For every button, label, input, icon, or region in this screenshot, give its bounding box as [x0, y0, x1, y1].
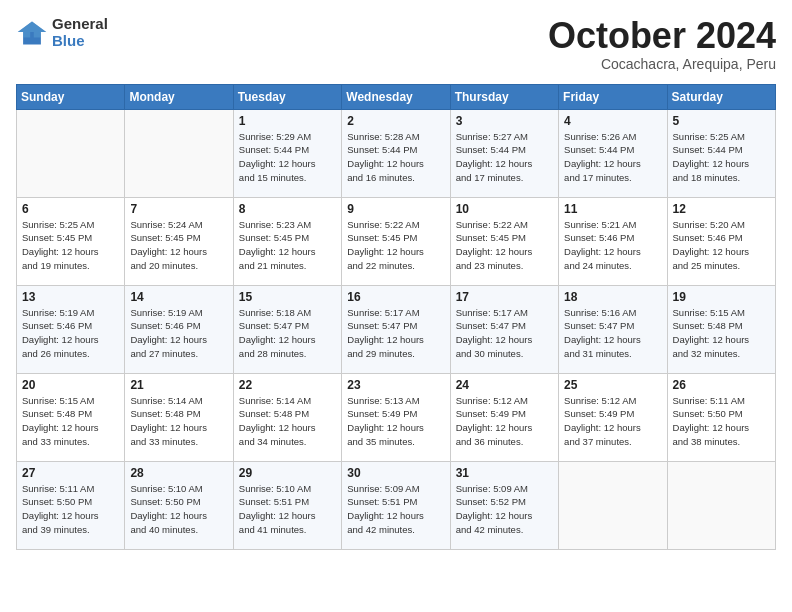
logo-text: General Blue	[52, 16, 108, 49]
day-info: Sunrise: 5:23 AMSunset: 5:45 PMDaylight:…	[239, 218, 336, 273]
day-number: 17	[456, 290, 553, 304]
weekday-header-friday: Friday	[559, 84, 667, 109]
day-info: Sunrise: 5:09 AMSunset: 5:52 PMDaylight:…	[456, 482, 553, 537]
day-number: 26	[673, 378, 770, 392]
day-number: 1	[239, 114, 336, 128]
calendar-cell	[667, 461, 775, 549]
weekday-header-tuesday: Tuesday	[233, 84, 341, 109]
day-info: Sunrise: 5:29 AMSunset: 5:44 PMDaylight:…	[239, 130, 336, 185]
calendar-cell: 27Sunrise: 5:11 AMSunset: 5:50 PMDayligh…	[17, 461, 125, 549]
calendar-week-row: 6Sunrise: 5:25 AMSunset: 5:45 PMDaylight…	[17, 197, 776, 285]
day-number: 22	[239, 378, 336, 392]
calendar-week-row: 1Sunrise: 5:29 AMSunset: 5:44 PMDaylight…	[17, 109, 776, 197]
day-info: Sunrise: 5:14 AMSunset: 5:48 PMDaylight:…	[239, 394, 336, 449]
calendar-cell: 5Sunrise: 5:25 AMSunset: 5:44 PMDaylight…	[667, 109, 775, 197]
day-number: 6	[22, 202, 119, 216]
calendar-cell: 25Sunrise: 5:12 AMSunset: 5:49 PMDayligh…	[559, 373, 667, 461]
calendar-cell: 23Sunrise: 5:13 AMSunset: 5:49 PMDayligh…	[342, 373, 450, 461]
day-number: 16	[347, 290, 444, 304]
day-info: Sunrise: 5:17 AMSunset: 5:47 PMDaylight:…	[456, 306, 553, 361]
day-number: 13	[22, 290, 119, 304]
weekday-header-saturday: Saturday	[667, 84, 775, 109]
day-info: Sunrise: 5:09 AMSunset: 5:51 PMDaylight:…	[347, 482, 444, 537]
calendar-cell: 1Sunrise: 5:29 AMSunset: 5:44 PMDaylight…	[233, 109, 341, 197]
day-info: Sunrise: 5:22 AMSunset: 5:45 PMDaylight:…	[347, 218, 444, 273]
logo: General Blue	[16, 16, 108, 49]
calendar-cell: 6Sunrise: 5:25 AMSunset: 5:45 PMDaylight…	[17, 197, 125, 285]
day-info: Sunrise: 5:17 AMSunset: 5:47 PMDaylight:…	[347, 306, 444, 361]
day-number: 19	[673, 290, 770, 304]
calendar-cell: 21Sunrise: 5:14 AMSunset: 5:48 PMDayligh…	[125, 373, 233, 461]
day-info: Sunrise: 5:19 AMSunset: 5:46 PMDaylight:…	[22, 306, 119, 361]
day-info: Sunrise: 5:10 AMSunset: 5:51 PMDaylight:…	[239, 482, 336, 537]
weekday-header-thursday: Thursday	[450, 84, 558, 109]
day-number: 24	[456, 378, 553, 392]
calendar-cell: 7Sunrise: 5:24 AMSunset: 5:45 PMDaylight…	[125, 197, 233, 285]
day-info: Sunrise: 5:19 AMSunset: 5:46 PMDaylight:…	[130, 306, 227, 361]
day-info: Sunrise: 5:28 AMSunset: 5:44 PMDaylight:…	[347, 130, 444, 185]
calendar-cell: 20Sunrise: 5:15 AMSunset: 5:48 PMDayligh…	[17, 373, 125, 461]
calendar-cell: 15Sunrise: 5:18 AMSunset: 5:47 PMDayligh…	[233, 285, 341, 373]
day-number: 23	[347, 378, 444, 392]
calendar-cell: 11Sunrise: 5:21 AMSunset: 5:46 PMDayligh…	[559, 197, 667, 285]
day-number: 30	[347, 466, 444, 480]
calendar-cell: 18Sunrise: 5:16 AMSunset: 5:47 PMDayligh…	[559, 285, 667, 373]
calendar-cell	[17, 109, 125, 197]
calendar-cell: 31Sunrise: 5:09 AMSunset: 5:52 PMDayligh…	[450, 461, 558, 549]
day-number: 28	[130, 466, 227, 480]
day-info: Sunrise: 5:25 AMSunset: 5:44 PMDaylight:…	[673, 130, 770, 185]
day-info: Sunrise: 5:20 AMSunset: 5:46 PMDaylight:…	[673, 218, 770, 273]
calendar-cell: 16Sunrise: 5:17 AMSunset: 5:47 PMDayligh…	[342, 285, 450, 373]
weekday-header-wednesday: Wednesday	[342, 84, 450, 109]
day-number: 4	[564, 114, 661, 128]
day-number: 14	[130, 290, 227, 304]
day-number: 18	[564, 290, 661, 304]
calendar-cell: 28Sunrise: 5:10 AMSunset: 5:50 PMDayligh…	[125, 461, 233, 549]
day-number: 11	[564, 202, 661, 216]
day-info: Sunrise: 5:18 AMSunset: 5:47 PMDaylight:…	[239, 306, 336, 361]
day-info: Sunrise: 5:12 AMSunset: 5:49 PMDaylight:…	[564, 394, 661, 449]
calendar-cell: 3Sunrise: 5:27 AMSunset: 5:44 PMDaylight…	[450, 109, 558, 197]
logo-icon	[16, 19, 48, 47]
calendar-cell: 12Sunrise: 5:20 AMSunset: 5:46 PMDayligh…	[667, 197, 775, 285]
day-number: 25	[564, 378, 661, 392]
day-info: Sunrise: 5:11 AMSunset: 5:50 PMDaylight:…	[673, 394, 770, 449]
day-info: Sunrise: 5:26 AMSunset: 5:44 PMDaylight:…	[564, 130, 661, 185]
day-info: Sunrise: 5:24 AMSunset: 5:45 PMDaylight:…	[130, 218, 227, 273]
calendar-cell: 8Sunrise: 5:23 AMSunset: 5:45 PMDaylight…	[233, 197, 341, 285]
calendar-cell: 13Sunrise: 5:19 AMSunset: 5:46 PMDayligh…	[17, 285, 125, 373]
calendar-cell: 17Sunrise: 5:17 AMSunset: 5:47 PMDayligh…	[450, 285, 558, 373]
day-info: Sunrise: 5:13 AMSunset: 5:49 PMDaylight:…	[347, 394, 444, 449]
day-number: 7	[130, 202, 227, 216]
day-number: 8	[239, 202, 336, 216]
day-number: 2	[347, 114, 444, 128]
calendar-cell: 10Sunrise: 5:22 AMSunset: 5:45 PMDayligh…	[450, 197, 558, 285]
day-info: Sunrise: 5:15 AMSunset: 5:48 PMDaylight:…	[22, 394, 119, 449]
day-number: 12	[673, 202, 770, 216]
calendar-cell: 4Sunrise: 5:26 AMSunset: 5:44 PMDaylight…	[559, 109, 667, 197]
day-number: 20	[22, 378, 119, 392]
page-header: General Blue October 2024 Cocachacra, Ar…	[16, 16, 776, 72]
day-info: Sunrise: 5:25 AMSunset: 5:45 PMDaylight:…	[22, 218, 119, 273]
day-info: Sunrise: 5:11 AMSunset: 5:50 PMDaylight:…	[22, 482, 119, 537]
calendar-cell: 22Sunrise: 5:14 AMSunset: 5:48 PMDayligh…	[233, 373, 341, 461]
location-subtitle: Cocachacra, Arequipa, Peru	[548, 56, 776, 72]
title-block: October 2024 Cocachacra, Arequipa, Peru	[548, 16, 776, 72]
calendar-week-row: 20Sunrise: 5:15 AMSunset: 5:48 PMDayligh…	[17, 373, 776, 461]
day-number: 29	[239, 466, 336, 480]
day-number: 5	[673, 114, 770, 128]
calendar-cell: 19Sunrise: 5:15 AMSunset: 5:48 PMDayligh…	[667, 285, 775, 373]
calendar-week-row: 13Sunrise: 5:19 AMSunset: 5:46 PMDayligh…	[17, 285, 776, 373]
logo-general: General	[52, 16, 108, 33]
calendar-cell: 29Sunrise: 5:10 AMSunset: 5:51 PMDayligh…	[233, 461, 341, 549]
day-number: 31	[456, 466, 553, 480]
day-number: 9	[347, 202, 444, 216]
calendar-week-row: 27Sunrise: 5:11 AMSunset: 5:50 PMDayligh…	[17, 461, 776, 549]
day-info: Sunrise: 5:27 AMSunset: 5:44 PMDaylight:…	[456, 130, 553, 185]
weekday-header-monday: Monday	[125, 84, 233, 109]
day-info: Sunrise: 5:12 AMSunset: 5:49 PMDaylight:…	[456, 394, 553, 449]
day-info: Sunrise: 5:22 AMSunset: 5:45 PMDaylight:…	[456, 218, 553, 273]
calendar-cell: 26Sunrise: 5:11 AMSunset: 5:50 PMDayligh…	[667, 373, 775, 461]
day-info: Sunrise: 5:14 AMSunset: 5:48 PMDaylight:…	[130, 394, 227, 449]
calendar-cell: 14Sunrise: 5:19 AMSunset: 5:46 PMDayligh…	[125, 285, 233, 373]
